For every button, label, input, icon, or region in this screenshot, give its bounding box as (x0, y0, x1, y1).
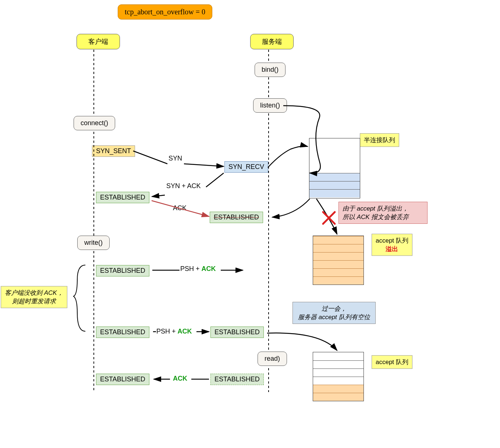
state-est-ack-server: ESTABLISHED (210, 374, 264, 385)
state-est-client-1: ESTABLISHED (96, 192, 149, 203)
write-call: write() (77, 236, 110, 250)
label-ack: ACK (173, 204, 187, 212)
accept-queue-overflow-label: accept 队列 溢出 (372, 234, 412, 256)
label-syn: SYN (169, 155, 182, 162)
diagram-title: tcp_abort_on_overflow = 0 (118, 4, 212, 20)
server-wait-note: 过一会， 服务器 accept 队列有空位 (292, 302, 376, 324)
accept-queue-label-2: accept 队列 (372, 355, 412, 369)
label-synack: SYN + ACK (166, 182, 201, 190)
client-header: 客户端 (77, 34, 120, 49)
drop-note: 由于 accept 队列溢出， 所以 ACK 报文会被丢弃 (338, 202, 428, 224)
state-est-ack-client: ESTABLISHED (96, 374, 149, 385)
label-psh1: PSH + ACK (180, 265, 216, 273)
bind-call: bind() (255, 63, 286, 77)
connect-call: connect() (74, 116, 115, 130)
label-ack-back: ACK (173, 375, 187, 382)
state-syn-sent: SYN_SENT (92, 145, 135, 157)
state-syn-recv: SYN_RECV (224, 161, 268, 173)
half-connection-queue (309, 138, 360, 198)
state-est-psh1: ESTABLISHED (96, 265, 149, 276)
client-retry-note: 客户端没收到 ACK， 则超时重发请求 (1, 286, 67, 308)
listen-call: listen() (253, 98, 287, 113)
accept-queue-full (313, 236, 364, 285)
state-est-server-strike: ESTABLISHED (210, 212, 263, 223)
label-psh2: PSH + ACK (156, 328, 192, 335)
half-queue-label: 半连接队列 (360, 133, 399, 147)
accept-queue-space (313, 352, 364, 401)
server-header: 服务端 (250, 34, 294, 49)
read-call: read) (258, 352, 287, 366)
state-est-psh2-client: ESTABLISHED (96, 327, 149, 338)
state-est-psh2-server: ESTABLISHED (210, 327, 264, 338)
